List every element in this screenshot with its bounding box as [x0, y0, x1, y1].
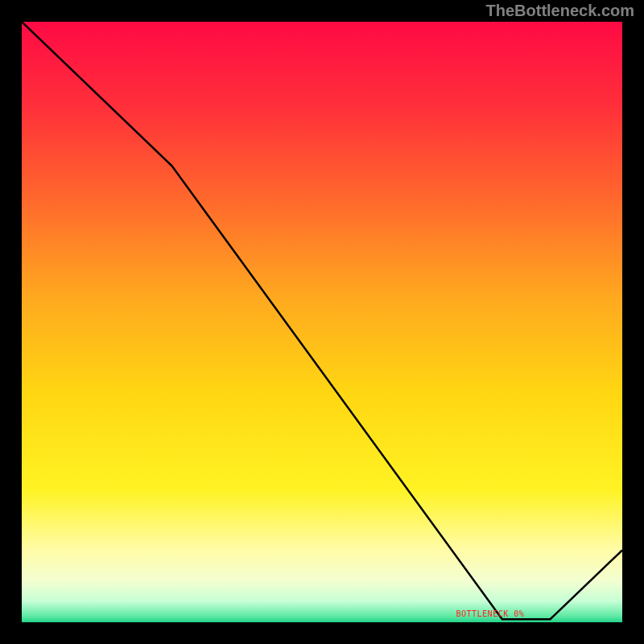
watermark-text: TheBottleneck.com: [486, 2, 634, 20]
svg-rect-0: [22, 22, 622, 622]
chart-plot-area: BOTTLENECK 0%: [22, 22, 622, 622]
bottleneck-label: BOTTLENECK 0%: [456, 609, 524, 617]
chart-background-gradient: [22, 22, 622, 622]
